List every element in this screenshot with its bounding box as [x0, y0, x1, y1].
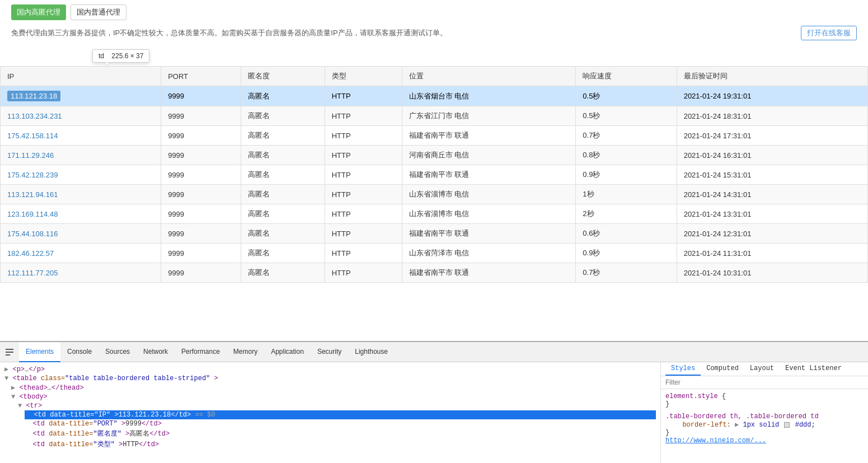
tab-lighthouse[interactable]: Lighthouse — [348, 342, 395, 362]
cell-time: 2021-01-24 18:31:01 — [677, 106, 867, 126]
cell-anon: 高匿名 — [241, 106, 325, 126]
notice-bar: 免费代理由第三方服务器提供，IP不确定性较大，总体质量不高。如需购买基于自营服务… — [11, 26, 857, 40]
tab-console[interactable]: Console — [60, 342, 98, 362]
cell-port: 9999 — [161, 263, 241, 283]
cell-type: HTTP — [325, 126, 402, 146]
cell-location: 山东省淄博市 电信 — [402, 204, 576, 224]
cell-time: 2021-01-24 15:31:01 — [677, 165, 867, 185]
notice-text: 免费代理由第三方服务器提供，IP不确定性较大，总体质量不高。如需购买基于自营服务… — [11, 28, 801, 38]
table-row[interactable]: 113.121.23.189999高匿名HTTP山东省烟台市 电信0.5秒202… — [1, 86, 868, 106]
styles-filter-input[interactable] — [661, 376, 868, 389]
tab-network[interactable]: Network — [137, 342, 175, 362]
styles-tab-layout[interactable]: Layout — [744, 362, 780, 376]
cell-type: HTTP — [325, 204, 402, 224]
tab-sources[interactable]: Sources — [98, 342, 137, 362]
devtools-tab-bar: Elements Console Sources Network Perform… — [0, 342, 868, 362]
table-header: IP PORT 匿名度 类型 位置 响应速度 最后验证时间 — [1, 67, 868, 86]
cell-speed: 0.6秒 — [576, 224, 677, 244]
cell-time: 2021-01-24 14:31:01 — [677, 185, 867, 204]
cell-ip: 113.121.23.18 — [1, 86, 161, 106]
svg-rect-2 — [6, 354, 10, 356]
tab-performance[interactable]: Performance — [175, 342, 227, 362]
cell-port: 9999 — [161, 86, 241, 106]
cell-speed: 0.8秒 — [576, 146, 677, 165]
cell-type: HTTP — [325, 165, 402, 185]
tab-application[interactable]: Application — [264, 342, 311, 362]
style-rule-table: .table-bordered th, .table-bordered td b… — [665, 413, 864, 445]
top-area: 国内高匿代理 国内普通代理 免费代理由第三方服务器提供，IP不确定性较大，总体质… — [0, 0, 868, 49]
style-url: http://www.nineip.com/... — [665, 437, 864, 445]
dom-line-4: ▼ <tbody> — [11, 392, 656, 401]
cell-type: HTTP — [325, 106, 402, 126]
cell-location: 福建省南平市 联通 — [402, 224, 576, 244]
tooltip-box: td 225.6 × 37 — [92, 49, 149, 63]
dom-line-port: <td data-title="PORT" >9999</td> — [25, 419, 656, 428]
tab-security[interactable]: Security — [311, 342, 348, 362]
dom-line-5: ▼ <tr> — [18, 401, 656, 410]
styles-panel: Styles Computed Layout Event Listener el… — [661, 362, 868, 463]
table-row[interactable]: 171.11.29.2469999高匿名HTTP河南省商丘市 电信0.8秒202… — [1, 146, 868, 165]
table-row[interactable]: 123.169.114.489999高匿名HTTP山东省淄博市 电信2秒2021… — [1, 204, 868, 224]
devtools-toggle-icon[interactable] — [4, 347, 15, 357]
styles-tab-computed[interactable]: Computed — [701, 362, 744, 376]
table-row[interactable]: 182.46.122.579999高匿名HTTP山东省菏泽市 电信0.9秒202… — [1, 244, 868, 263]
cell-ip: 113.121.94.161 — [1, 185, 161, 204]
col-header-port: PORT — [161, 67, 241, 86]
cell-type: HTTP — [325, 146, 402, 165]
styles-tab-styles[interactable]: Styles — [665, 362, 701, 376]
table-row[interactable]: 113.121.94.1619999高匿名HTTP山东省淄博市 电信1秒2021… — [1, 185, 868, 204]
devtools-panel: Elements Console Sources Network Perform… — [0, 341, 868, 463]
cell-port: 9999 — [161, 146, 241, 165]
col-header-type: 类型 — [325, 67, 402, 86]
table-row[interactable]: 113.103.234.2319999高匿名HTTP广东省江门市 电信0.5秒2… — [1, 106, 868, 126]
tab-memory[interactable]: Memory — [227, 342, 264, 362]
cell-port: 9999 — [161, 204, 241, 224]
cell-ip: 175.42.128.239 — [1, 165, 161, 185]
style-prop-border: border-left: ▶ 1px solid #ddd; — [665, 420, 864, 429]
cell-anon: 高匿名 — [241, 224, 325, 244]
dom-line-3: ▶ <thead>…</thead> — [11, 383, 656, 392]
cell-anon: 高匿名 — [241, 244, 325, 263]
col-header-speed: 响应速度 — [576, 67, 677, 86]
cell-location: 福建省南平市 联通 — [402, 263, 576, 283]
proxy-table-wrapper[interactable]: IP PORT 匿名度 类型 位置 响应速度 最后验证时间 113.121.23… — [0, 66, 868, 283]
tab-elements[interactable]: Elements — [19, 342, 60, 362]
cell-anon: 高匿名 — [241, 204, 325, 224]
cell-time: 2021-01-24 11:31:01 — [677, 244, 867, 263]
table-row[interactable]: 175.42.158.1149999高匿名HTTP福建省南平市 联通0.7秒20… — [1, 126, 868, 146]
styles-tab-event-listener[interactable]: Event Listener — [780, 362, 847, 376]
cell-type: HTTP — [325, 86, 402, 106]
cell-time: 2021-01-24 16:31:01 — [677, 146, 867, 165]
table-row[interactable]: 112.111.77.2059999高匿名HTTP福建省南平市 联通0.7秒20… — [1, 263, 868, 283]
style-close-table: } — [665, 429, 864, 437]
cell-anon: 高匿名 — [241, 263, 325, 283]
style-selector-element: element.style { — [665, 392, 864, 400]
cell-ip: 112.111.77.205 — [1, 263, 161, 283]
domestic-normal-proxy-button[interactable]: 国内普通代理 — [71, 4, 126, 20]
cell-port: 9999 — [161, 244, 241, 263]
cell-location: 山东省淄博市 电信 — [402, 185, 576, 204]
cell-type: HTTP — [325, 244, 402, 263]
table-row[interactable]: 175.42.128.2399999高匿名HTTP福建省南平市 联通0.9秒20… — [1, 165, 868, 185]
cell-speed: 2秒 — [576, 204, 677, 224]
contact-button[interactable]: 打开在线客服 — [801, 26, 857, 40]
cell-anon: 高匿名 — [241, 165, 325, 185]
proxy-table: IP PORT 匿名度 类型 位置 响应速度 最后验证时间 113.121.23… — [0, 66, 868, 283]
cell-anon: 高匿名 — [241, 146, 325, 165]
table-row[interactable]: 175.44.108.1169999高匿名HTTP福建省南平市 联通0.6秒20… — [1, 224, 868, 244]
tooltip-tag: td — [98, 52, 104, 60]
tooltip-size: 225.6 × 37 — [111, 52, 143, 60]
cell-ip: 171.11.29.246 — [1, 146, 161, 165]
cell-port: 9999 — [161, 185, 241, 204]
cell-ip: 113.103.234.231 — [1, 106, 161, 126]
cell-speed: 0.5秒 — [576, 106, 677, 126]
cell-ip: 175.42.158.114 — [1, 126, 161, 146]
cell-location: 福建省南平市 联通 — [402, 126, 576, 146]
cell-speed: 0.5秒 — [576, 86, 677, 106]
cell-port: 9999 — [161, 106, 241, 126]
cell-port: 9999 — [161, 165, 241, 185]
svg-rect-0 — [6, 349, 13, 350]
domestic-high-proxy-button[interactable]: 国内高匿代理 — [11, 4, 66, 20]
table-body: 113.121.23.189999高匿名HTTP山东省烟台市 电信0.5秒202… — [1, 86, 868, 283]
dom-line-1: ▶ <p>…</p> — [4, 364, 656, 374]
